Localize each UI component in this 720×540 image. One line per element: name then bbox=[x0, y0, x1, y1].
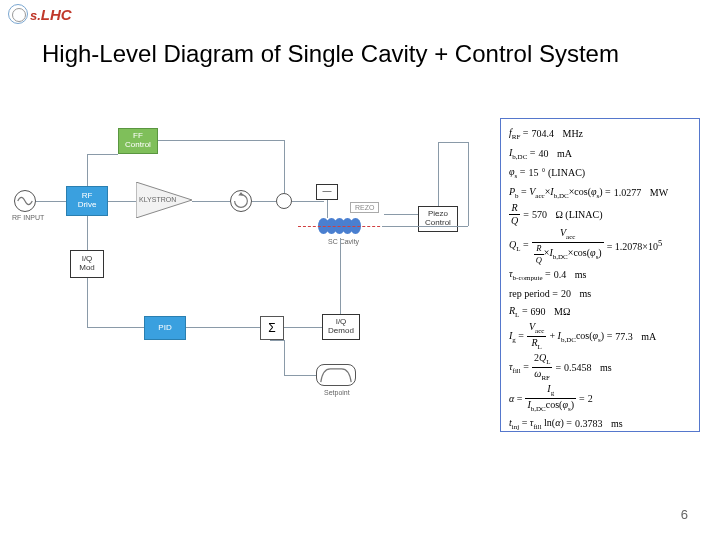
rf-input-source-icon bbox=[14, 190, 36, 212]
page-title: High-Level Diagram of Single Cavity + Co… bbox=[42, 40, 619, 68]
param-row: Ig = VaccRL+ Ib,DCcos(φs) = 77.3 mA bbox=[509, 322, 691, 351]
sum-node bbox=[276, 193, 292, 209]
param-row: φs = 15° (LINAC) bbox=[509, 164, 691, 182]
sc-cavity-label: SC Cavity bbox=[328, 238, 359, 245]
wire bbox=[87, 278, 88, 327]
circulator-icon bbox=[230, 190, 252, 212]
rf-drive-block: RF Drive bbox=[66, 186, 108, 216]
wire bbox=[87, 154, 88, 186]
rezo-block: REZO bbox=[350, 202, 379, 213]
parameters-panel: fRF = 704.4 MHz Ib,DC = 40 mA φs = 15° (… bbox=[500, 118, 700, 432]
beam-arrow-icon bbox=[298, 226, 390, 227]
rf-input-label: RF INPUT bbox=[12, 214, 44, 221]
slhc-logo: s. LHC bbox=[8, 4, 72, 24]
wire bbox=[87, 327, 144, 328]
piezo-control-block: Piezo Control bbox=[418, 206, 458, 232]
logo-main: LHC bbox=[41, 6, 72, 23]
sc-cavity-icon bbox=[318, 218, 358, 238]
wire bbox=[252, 201, 276, 202]
klystron-label: KLYSTRON bbox=[139, 196, 176, 203]
param-row: rep period = 20 ms bbox=[509, 286, 691, 301]
param-row: τb-compute = 0.4 ms bbox=[509, 266, 691, 284]
wire bbox=[340, 238, 341, 322]
page-number: 6 bbox=[681, 507, 688, 522]
param-row: fRF = 704.4 MHz bbox=[509, 125, 691, 143]
block-diagram: RF INPUT RF Drive KLYSTRON FF Control — … bbox=[14, 120, 484, 430]
wire bbox=[384, 214, 418, 215]
param-row: Ib,DC = 40 mA bbox=[509, 145, 691, 163]
wire bbox=[284, 375, 316, 376]
ff-control-block: FF Control bbox=[118, 128, 158, 154]
wire bbox=[284, 140, 285, 193]
wire bbox=[186, 327, 260, 328]
wire bbox=[87, 154, 118, 155]
logo-ring-icon bbox=[8, 4, 28, 24]
svg-marker-1 bbox=[238, 192, 243, 196]
wire bbox=[36, 201, 66, 202]
wire bbox=[327, 200, 328, 218]
param-row: τfill = 2QLωRF= 0.5458 ms bbox=[509, 353, 691, 382]
logo-prefix: s. bbox=[30, 8, 41, 23]
pid-block: PID bbox=[144, 316, 186, 340]
wire bbox=[158, 140, 284, 141]
wire bbox=[284, 327, 322, 328]
param-row: RQ= 570 Ω (LINAC) bbox=[509, 203, 691, 226]
param-row: α = IgIb,DCcos(φs)= 2 bbox=[509, 384, 691, 413]
setpoint-label: Setpoint bbox=[324, 389, 350, 396]
wire bbox=[192, 201, 230, 202]
sigma-block: Σ bbox=[260, 316, 284, 340]
wire bbox=[382, 226, 468, 227]
wire bbox=[87, 216, 88, 250]
wire bbox=[468, 142, 469, 226]
wire bbox=[438, 142, 439, 206]
setpoint-icon bbox=[316, 364, 356, 386]
wire bbox=[284, 340, 285, 375]
param-row: RL = 690 MΩ bbox=[509, 303, 691, 321]
wire bbox=[438, 142, 468, 143]
iq-mod-block: I/Q Mod bbox=[70, 250, 104, 278]
wire bbox=[292, 201, 324, 202]
coupler-box: — bbox=[316, 184, 338, 200]
param-row: tinj = τfill ln(α) = 0.3783 ms bbox=[509, 415, 691, 433]
param-row: QL = VaccRQ×Ib,DC×cos(φs)= 1.2078×105 bbox=[509, 228, 691, 264]
wire bbox=[270, 340, 284, 341]
wire bbox=[108, 201, 136, 202]
iq-demod-block: I/Q Demod bbox=[322, 314, 360, 340]
param-row: Pb = Vacc×Ib,DC×cos(φs) = 1.0277 MW bbox=[509, 184, 691, 202]
slide: s. LHC High-Level Diagram of Single Cavi… bbox=[0, 0, 720, 540]
